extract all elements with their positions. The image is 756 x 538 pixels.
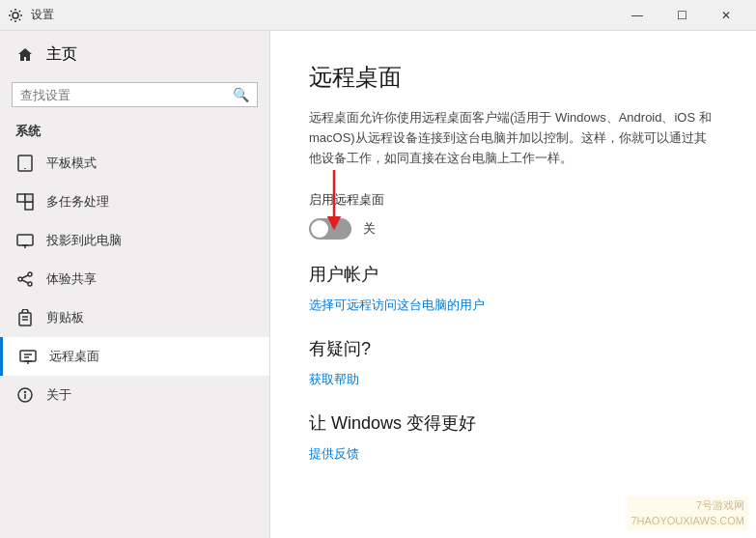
close-button[interactable]: ✕ (704, 0, 748, 31)
tablet-icon (15, 154, 35, 173)
project-icon (15, 231, 35, 250)
sidebar-item-remote[interactable]: 远程桌面 (0, 337, 269, 376)
sidebar-item-about[interactable]: 关于 (0, 376, 269, 414)
sidebar-item-label-tablet: 平板模式 (46, 155, 97, 172)
sidebar-item-label-share: 体验共享 (46, 270, 97, 288)
titlebar-controls: — ☐ ✕ (615, 0, 748, 31)
titlebar-left: 设置 (8, 7, 54, 23)
sidebar-item-label-clipboard: 剪贴板 (46, 309, 84, 326)
titlebar: 设置 — ☐ ✕ (0, 0, 756, 31)
content-area: 远程桌面 远程桌面允许你使用远程桌面客户端(适用于 Windows、Androi… (270, 31, 756, 538)
svg-line-13 (22, 280, 28, 283)
minimize-button[interactable]: — (615, 0, 659, 31)
user-accounts-heading: 用户帐户 (309, 263, 717, 286)
sidebar-item-home[interactable]: 主页 (0, 31, 269, 78)
sidebar-item-label-multitask: 多任务处理 (46, 193, 109, 211)
sidebar-item-label-remote: 远程桌面 (49, 348, 99, 365)
svg-rect-3 (17, 194, 25, 202)
sidebar-item-label-about: 关于 (46, 386, 71, 404)
svg-rect-17 (20, 351, 36, 361)
svg-point-24 (25, 392, 26, 393)
remote-desktop-toggle[interactable] (309, 218, 351, 240)
svg-point-10 (18, 277, 22, 281)
sidebar-section-label: 系统 (0, 115, 269, 144)
about-icon (15, 385, 35, 405)
multitask-icon (15, 192, 35, 212)
sidebar-item-project[interactable]: 投影到此电脑 (0, 221, 269, 260)
svg-point-11 (28, 282, 32, 286)
sidebar: 主页 🔍 系统 平板模式 (0, 31, 270, 538)
main-layout: 主页 🔍 系统 平板模式 (0, 31, 756, 538)
titlebar-title: 设置 (31, 7, 54, 23)
maximize-button[interactable]: ☐ (659, 0, 704, 31)
home-icon (15, 45, 35, 65)
svg-point-0 (13, 13, 18, 18)
sidebar-item-label-project: 投影到此电脑 (46, 232, 122, 249)
svg-rect-6 (17, 235, 33, 245)
faq-link[interactable]: 获取帮助 (309, 371, 359, 388)
faq-heading: 有疑问? (309, 337, 717, 360)
toggle-section-label: 启用远程桌面 (309, 191, 717, 209)
svg-rect-5 (25, 194, 33, 202)
improve-link[interactable]: 提供反馈 (309, 445, 359, 463)
clipboard-icon (15, 308, 35, 327)
svg-line-12 (22, 275, 28, 278)
search-input[interactable] (20, 88, 227, 102)
search-box[interactable]: 🔍 (12, 82, 258, 107)
page-title: 远程桌面 (309, 62, 717, 93)
user-accounts-link[interactable]: 选择可远程访问这台电脑的用户 (309, 297, 485, 314)
watermark: 7号游戏网 7HAOYOUXIAWS.COM (627, 496, 748, 530)
settings-icon (8, 8, 23, 23)
sidebar-item-share[interactable]: 体验共享 (0, 260, 269, 298)
share-icon (15, 269, 35, 289)
sidebar-item-clipboard[interactable]: 剪贴板 (0, 298, 269, 337)
content-description: 远程桌面允许你使用远程桌面客户端(适用于 Windows、Android、iOS… (309, 108, 714, 168)
toggle-off-label: 关 (363, 220, 376, 238)
sidebar-item-multitask[interactable]: 多任务处理 (0, 183, 269, 221)
remote-icon (18, 347, 38, 366)
sidebar-item-tablet[interactable]: 平板模式 (0, 144, 269, 183)
svg-point-9 (28, 272, 32, 276)
toggle-row: 关 (309, 218, 717, 240)
home-label: 主页 (46, 44, 77, 65)
search-icon: 🔍 (233, 87, 249, 102)
svg-rect-4 (25, 202, 33, 210)
improve-heading: 让 Windows 变得更好 (309, 411, 717, 435)
